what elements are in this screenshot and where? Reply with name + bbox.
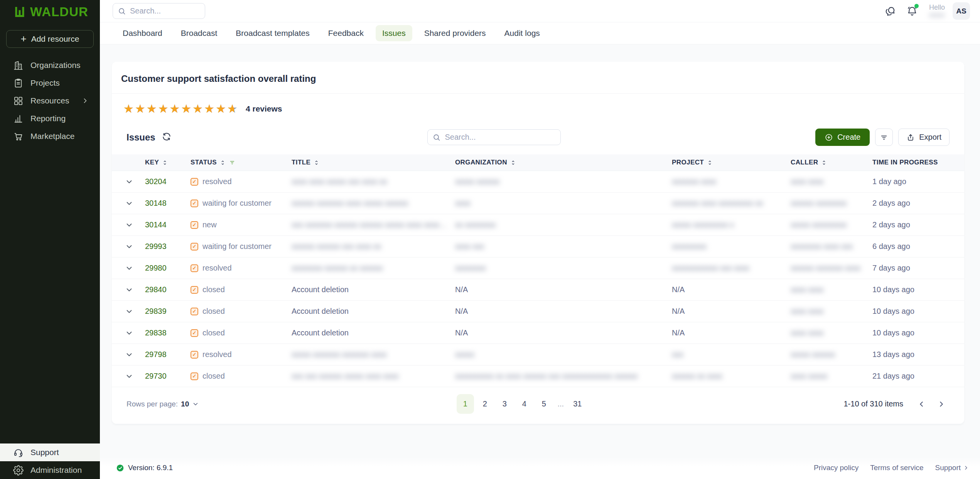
greeting-block: Hello xxxxx [929,3,945,19]
issue-key-link[interactable]: 29840 [145,285,191,294]
page-button[interactable]: 1 [457,394,474,414]
status-check-icon [191,372,198,380]
issue-key-link[interactable]: 29730 [145,372,191,381]
issue-project: xxxxxxxxx [672,242,791,251]
issue-title: xxxxxx xxxxxxx xxxx xxxxx xxxxxx [292,199,455,208]
issue-key-link[interactable]: 29838 [145,328,191,337]
status-cell: waiting for customer [191,242,292,251]
issue-key-link[interactable]: 29839 [145,307,191,316]
tab[interactable]: Audit logs [498,25,547,41]
footer-link[interactable]: Support [935,464,969,472]
expand-row-button[interactable] [123,327,136,340]
status-check-icon [191,178,198,186]
sidebar-item[interactable]: Reporting [0,110,100,127]
add-resource-label: Add resource [31,34,79,44]
page-button[interactable]: 2 [476,394,494,414]
sidebar-item[interactable]: Marketplace [0,127,100,145]
expand-row-button[interactable] [123,348,136,361]
topbar: Hello xxxxx AS [100,0,980,22]
chevron-down-icon [125,286,133,294]
page-button[interactable]: 31 [569,394,586,414]
tab[interactable]: Broadcast [174,25,224,41]
issue-key-link[interactable]: 29993 [145,242,191,251]
page-button[interactable]: 5 [535,394,553,414]
expand-row-button[interactable] [123,218,136,232]
tab[interactable]: Shared providers [418,25,493,41]
avatar[interactable]: AS [953,2,970,20]
sort-icon[interactable] [707,159,713,166]
sidebar-item[interactable]: Support [0,443,100,461]
rows-per-page-select[interactable]: Rows per page: 10 [127,400,199,408]
issue-key-link[interactable]: 29798 [145,350,191,359]
content: Customer support satisfaction overall ra… [100,44,980,479]
page-button[interactable]: ... [555,394,567,414]
gear-icon [13,465,24,476]
issue-title: Account deletion [292,328,455,337]
expand-row-button[interactable] [123,370,136,383]
sidebar-item[interactable]: Administration [0,461,100,479]
status-label: resolved [202,350,232,359]
sort-icon[interactable] [821,159,827,166]
messages-button[interactable] [884,4,897,18]
search-icon [432,133,441,142]
column-header[interactable]: TITLE [292,159,455,166]
expand-row-button[interactable] [123,197,136,210]
sidebar-item-label: Projects [30,78,89,88]
sort-icon[interactable] [219,159,226,166]
issue-time-in-progress: 1 day ago [872,177,953,186]
footer-link[interactable]: Privacy policy [814,464,859,472]
issue-organization: xxxxx [455,350,672,359]
create-button[interactable]: Create [815,129,870,146]
prev-page-button[interactable] [913,396,929,412]
table-search-input[interactable] [427,129,561,145]
tab[interactable]: Broadcast templates [229,25,316,41]
column-header[interactable]: STATUS [191,159,292,166]
issue-title: xxxxxxxx xxxxxx xx xxxxxx [292,264,455,273]
page-button[interactable]: 3 [496,394,513,414]
page-button[interactable]: 4 [516,394,533,414]
add-resource-button[interactable]: + Add resource [6,30,94,48]
expand-row-button[interactable] [123,240,136,253]
rows-per-page-label: Rows per page: [127,400,178,408]
footer-link[interactable]: Terms of service [870,464,923,472]
next-page-button[interactable] [933,396,950,412]
sidebar-item[interactable]: Resources [0,92,100,110]
issue-key-link[interactable]: 30144 [145,220,191,229]
expand-row-button[interactable] [123,175,136,188]
column-header[interactable]: KEY [145,159,191,166]
column-header[interactable]: CALLER [791,159,872,166]
sidebar-spacer [0,145,100,443]
table-search [427,129,561,145]
sort-icon[interactable] [162,159,168,166]
column-label: STATUS [191,159,217,166]
issue-project: xxxxxx xx xxxx [672,372,791,381]
export-button[interactable]: Export [898,129,950,146]
refresh-button[interactable] [162,132,173,143]
issue-caller: xxxxxx xxxxxxxx [791,199,872,208]
expand-row-button[interactable] [123,283,136,296]
tab[interactable]: Dashboard [116,25,169,41]
column-header[interactable]: TIME IN PROGRESS [872,159,953,166]
column-header[interactable]: ORGANIZATION [455,159,672,166]
sort-icon[interactable] [510,159,516,166]
bar-chart-icon [13,113,24,124]
filter-button[interactable] [875,129,893,146]
issue-key-link[interactable]: 29980 [145,264,191,273]
expand-row-button[interactable] [123,262,136,275]
column-filter-icon[interactable] [229,159,236,166]
sidebar-item[interactable]: Organizations [0,56,100,74]
column-header[interactable]: PROJECT [672,159,791,166]
issue-key-link[interactable]: 30204 [145,177,191,186]
notifications-button[interactable] [905,4,919,18]
sidebar-item[interactable]: Projects [0,74,100,92]
issue-key-link[interactable]: 30148 [145,199,191,208]
sort-icon[interactable] [313,159,320,166]
table-row: 29839 closed Account deletion N/A N/A xx… [112,301,964,322]
global-search-input[interactable] [113,3,205,19]
chat-icon [885,5,896,17]
status-cell: closed [191,372,292,381]
tab[interactable]: Issues [376,25,412,41]
expand-row-button[interactable] [123,305,136,318]
logo[interactable]: WALDUR [0,0,100,24]
tab[interactable]: Feedback [322,25,370,41]
